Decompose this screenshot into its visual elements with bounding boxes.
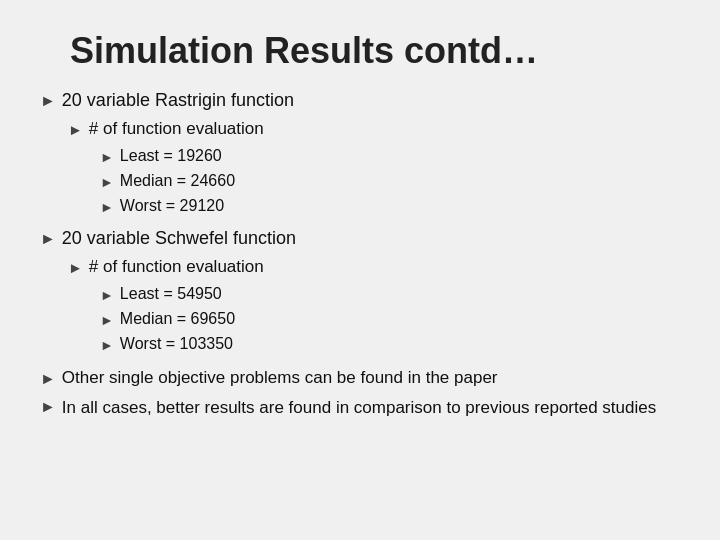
section1-item-0: ► Least = 19260 — [100, 147, 680, 165]
section2-item-0-text: Least = 54950 — [120, 285, 222, 303]
section1-item-1: ► Median = 24660 — [100, 172, 680, 190]
slide-title: Simulation Results contd… — [70, 30, 680, 72]
section2-item-2: ► Worst = 103350 — [100, 335, 680, 353]
section1-item-1-text: Median = 24660 — [120, 172, 235, 190]
slide: Simulation Results contd… ► 20 variable … — [0, 0, 720, 540]
section1-label: 20 variable Rastrigin function — [62, 90, 294, 111]
arrow-icon-1-sub: ► — [68, 121, 83, 138]
arrow-icon-2: ► — [40, 230, 56, 248]
bottom2-bullet: ► In all cases, better results are found… — [40, 396, 680, 420]
section1-sub-bullet: ► # of function evaluation — [68, 119, 680, 139]
section1-bullet: ► 20 variable Rastrigin function — [40, 90, 680, 111]
arrow-icon-1-2: ► — [100, 199, 114, 215]
section2-sub-label: # of function evaluation — [89, 257, 264, 277]
arrow-icon-2-1: ► — [100, 312, 114, 328]
section2-bullet: ► 20 variable Schwefel function — [40, 228, 680, 249]
arrow-icon-1-1: ► — [100, 174, 114, 190]
content: ► 20 variable Rastrigin function ► # of … — [40, 90, 680, 422]
arrow-icon-2-0: ► — [100, 287, 114, 303]
section1-item-2-text: Worst = 29120 — [120, 197, 224, 215]
section2-item-1: ► Median = 69650 — [100, 310, 680, 328]
bottom1-bullet: ► Other single objective problems can be… — [40, 368, 680, 388]
section1-item-0-text: Least = 19260 — [120, 147, 222, 165]
arrow-icon-2-sub: ► — [68, 259, 83, 276]
arrow-icon-bottom1: ► — [40, 370, 56, 388]
arrow-icon-bottom2: ► — [40, 398, 56, 416]
section2-item-2-text: Worst = 103350 — [120, 335, 233, 353]
arrow-icon-1: ► — [40, 92, 56, 110]
section2-item-1-text: Median = 69650 — [120, 310, 235, 328]
bottom1-text: Other single objective problems can be f… — [62, 368, 498, 388]
section1-item-2: ► Worst = 29120 — [100, 197, 680, 215]
arrow-icon-1-0: ► — [100, 149, 114, 165]
section2-label: 20 variable Schwefel function — [62, 228, 296, 249]
bottom2-text: In all cases, better results are found i… — [62, 396, 656, 420]
section2-item-0: ► Least = 54950 — [100, 285, 680, 303]
section1-sub-label: # of function evaluation — [89, 119, 264, 139]
section2-sub-bullet: ► # of function evaluation — [68, 257, 680, 277]
arrow-icon-2-2: ► — [100, 337, 114, 353]
